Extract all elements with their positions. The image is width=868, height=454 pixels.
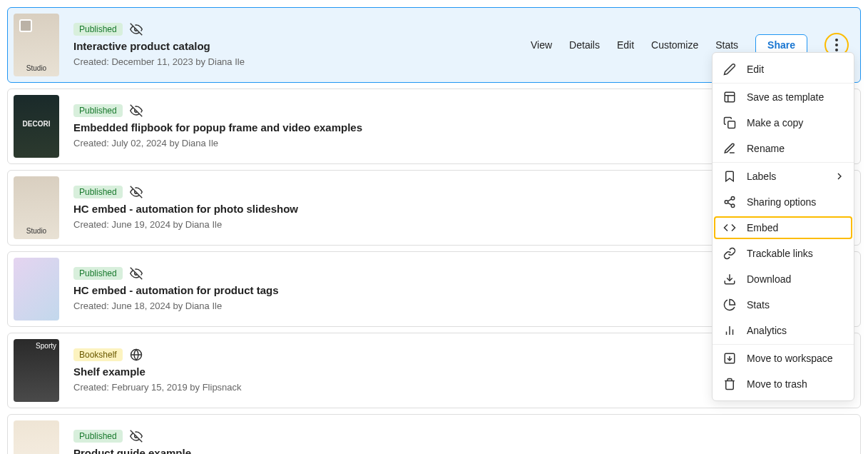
- card-title: Product guide example: [73, 447, 849, 454]
- dropdown-save-template[interactable]: Save as template: [713, 84, 854, 110]
- thumbnail[interactable]: LEWIS SUPPLIES: [14, 420, 59, 454]
- svg-line-9: [727, 199, 731, 201]
- link-icon: [723, 246, 737, 261]
- svg-point-6: [725, 201, 728, 204]
- select-checkbox[interactable]: [19, 19, 32, 32]
- visibility-hidden-icon: [130, 186, 143, 198]
- dropdown-label: Rename: [747, 143, 785, 154]
- dropdown-label: Trackable links: [747, 248, 813, 259]
- pie-chart-icon: [723, 298, 737, 312]
- download-icon: [723, 272, 737, 286]
- template-icon: [723, 90, 737, 104]
- customize-link[interactable]: Customize: [651, 39, 698, 51]
- svg-point-5: [731, 197, 735, 201]
- card-info: Published Product guide example Created:…: [73, 430, 849, 454]
- bookmark-icon: [723, 169, 737, 183]
- trash-icon: [723, 377, 737, 391]
- thumb-label: Studio: [14, 64, 59, 72]
- chevron-right-icon: [834, 171, 845, 182]
- status-badge: Published: [73, 104, 123, 117]
- visibility-hidden-icon: [130, 104, 143, 117]
- dropdown-label: Embed: [747, 222, 778, 233]
- card-created: Created: December 11, 2023 by Diana Ile: [73, 56, 531, 67]
- thumbnail[interactable]: Studio: [14, 14, 59, 76]
- dropdown-rename[interactable]: Rename: [713, 136, 854, 161]
- thumbnail[interactable]: Sporty: [14, 339, 59, 402]
- dropdown-trackable[interactable]: Trackable links: [713, 241, 854, 266]
- dropdown-label: Move to trash: [747, 378, 807, 390]
- rename-icon: [723, 141, 737, 156]
- svg-point-7: [731, 204, 735, 208]
- dropdown-label: Stats: [747, 299, 770, 311]
- dropdown-label: Move to workspace: [747, 353, 833, 364]
- dropdown-label: Analytics: [747, 325, 787, 336]
- dropdown-label: Download: [747, 273, 791, 285]
- thumb-label: DECORI: [14, 120, 59, 128]
- dropdown-analytics[interactable]: Analytics: [713, 318, 854, 343]
- bar-chart-icon: [723, 323, 737, 338]
- details-link[interactable]: Details: [569, 39, 600, 51]
- edit-link[interactable]: Edit: [617, 39, 634, 51]
- share-icon: [723, 195, 737, 209]
- visibility-hidden-icon: [130, 23, 143, 36]
- code-icon: [723, 221, 737, 235]
- dropdown-sharing[interactable]: Sharing options: [713, 189, 854, 215]
- dropdown-label: Sharing options: [747, 196, 816, 208]
- copy-icon: [723, 116, 737, 130]
- svg-line-8: [727, 203, 731, 205]
- status-badge: Published: [73, 430, 123, 443]
- dropdown-stats[interactable]: Stats: [713, 292, 854, 318]
- move-icon: [723, 351, 737, 365]
- thumb-label: Sporty: [36, 342, 56, 350]
- status-badge: Published: [73, 267, 123, 280]
- dropdown-edit[interactable]: Edit: [713, 56, 854, 82]
- visibility-hidden-icon: [130, 430, 143, 443]
- more-dropdown: Edit Save as template Make a copy Rename…: [712, 52, 854, 401]
- status-badge: Published: [73, 23, 123, 36]
- dropdown-make-copy[interactable]: Make a copy: [713, 110, 854, 136]
- dropdown-embed[interactable]: Embed: [713, 215, 854, 241]
- dropdown-labels[interactable]: Labels: [713, 163, 854, 189]
- pencil-icon: [723, 62, 737, 76]
- thumb-label: Studio: [14, 227, 59, 235]
- dropdown-move-workspace[interactable]: Move to workspace: [713, 345, 854, 371]
- dropdown-label: Save as template: [747, 91, 824, 103]
- flipbook-card[interactable]: Studio Published Interactive product cat…: [7, 7, 861, 83]
- status-badge: Published: [73, 186, 123, 198]
- globe-icon: [130, 348, 143, 361]
- flipbook-list: Studio Published Interactive product cat…: [7, 7, 861, 454]
- dropdown-download[interactable]: Download: [713, 266, 854, 292]
- dropdown-label: Make a copy: [747, 117, 803, 128]
- stats-link[interactable]: Stats: [715, 39, 738, 51]
- svg-rect-1: [725, 92, 735, 102]
- flipbook-card[interactable]: LEWIS SUPPLIES Published Product guide e…: [7, 414, 861, 454]
- more-vertical-icon: [835, 39, 838, 51]
- view-link[interactable]: View: [531, 39, 552, 51]
- card-info: Published Interactive product catalog Cr…: [73, 23, 531, 67]
- thumbnail[interactable]: DECORI: [14, 95, 59, 158]
- status-badge: Bookshelf: [73, 348, 123, 361]
- thumbnail[interactable]: [14, 258, 59, 321]
- thumbnail[interactable]: Studio: [14, 176, 59, 239]
- visibility-hidden-icon: [130, 267, 143, 280]
- dropdown-label: Edit: [747, 64, 764, 75]
- card-title: Interactive product catalog: [73, 40, 531, 52]
- svg-rect-4: [728, 121, 735, 128]
- dropdown-label: Labels: [747, 171, 776, 182]
- dropdown-move-trash[interactable]: Move to trash: [713, 371, 854, 397]
